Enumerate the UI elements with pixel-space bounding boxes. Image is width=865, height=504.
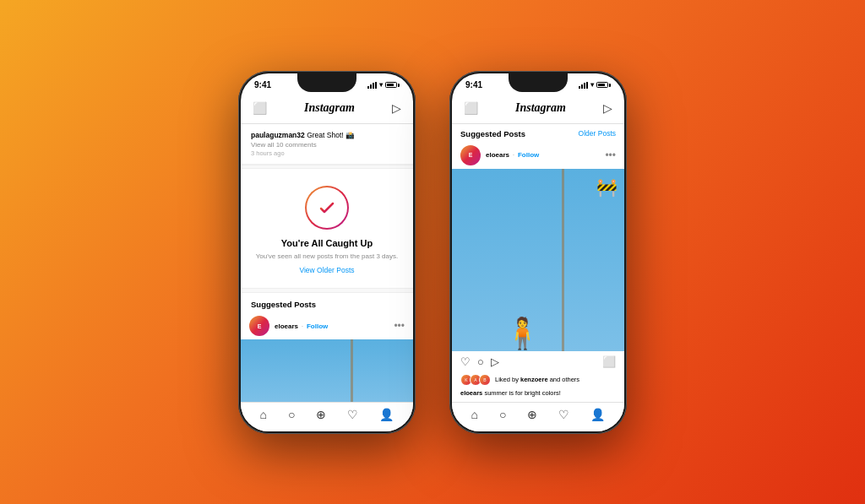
post-caption: eloears summer is for bright colors! xyxy=(452,387,624,402)
heart-icon-2[interactable]: ♡ xyxy=(558,408,569,421)
bottom-nav-1: ⌂ ○ ⊕ ♡ 👤 xyxy=(241,402,413,431)
post-user-row-2: E eloears · Follow ••• xyxy=(452,142,624,169)
post-actions: ♡ ○ ▷ ⬜ xyxy=(452,351,624,372)
post-image-main: 🚧 🧍 xyxy=(452,169,624,351)
caption-text: summer is for bright colors! xyxy=(484,389,560,397)
more-options-icon-2[interactable]: ••• xyxy=(605,149,616,161)
cherry-picker-icon: 🚧 xyxy=(596,177,617,198)
share-icon[interactable]: ▷ xyxy=(491,355,499,368)
view-comments-link[interactable]: View all 10 comments xyxy=(251,141,403,149)
wifi-icon-2: ▾ xyxy=(590,81,594,89)
time-ago: 3 hours ago xyxy=(251,149,403,157)
suggested-avatar: E xyxy=(249,316,269,336)
camera-icon-1[interactable]: ⬜ xyxy=(253,101,267,115)
nav-bar-1: ⬜ Instagram ▷ xyxy=(241,94,413,124)
figure-wrapper: 🚧 🧍 xyxy=(452,169,624,351)
liked-by-text: Liked by kenzoere and others xyxy=(495,376,579,383)
status-time-1: 9:41 xyxy=(254,80,271,89)
comment-section: paulaguzman32 Great Shot! 📸 View all 10 … xyxy=(241,124,413,165)
post-actions-left: ♡ ○ ▷ xyxy=(460,355,499,368)
status-time-2: 9:41 xyxy=(465,80,482,89)
heart-icon-1[interactable]: ♡ xyxy=(347,408,358,421)
caption-username: eloears xyxy=(460,389,482,397)
phone-2: 9:41 ▾ ⬜ Instagram ▷ Suggested Posts xyxy=(449,71,627,434)
suggested-username: eloears xyxy=(275,322,298,330)
camera-icon-2[interactable]: ⬜ xyxy=(464,101,478,115)
wifi-icon-1: ▾ xyxy=(379,81,383,89)
search-icon-2[interactable]: ○ xyxy=(499,408,506,421)
save-icon[interactable]: ⬜ xyxy=(602,355,616,368)
screen-content-2: Suggested Posts Older Posts E eloears · … xyxy=(452,124,624,402)
liked-avatars: K A B xyxy=(460,374,488,386)
app-title-1: Instagram xyxy=(304,101,355,115)
comment-icon[interactable]: ○ xyxy=(477,355,484,368)
phone-1: 9:41 ▾ ⬜ Instagram ▷ paul xyxy=(238,71,416,434)
search-icon-1[interactable]: ○ xyxy=(288,408,295,421)
caught-up-section: You're All Caught Up You've seen all new… xyxy=(241,169,413,288)
screen-content-1: paulaguzman32 Great Shot! 📸 View all 10 … xyxy=(241,124,413,402)
home-icon-2[interactable]: ⌂ xyxy=(471,408,478,421)
checkmark-circle xyxy=(305,186,349,230)
suggested-posts-label: Suggested Posts xyxy=(460,129,525,138)
checkmark-icon xyxy=(317,198,337,218)
suggested-posts-header: Suggested Posts xyxy=(241,293,413,312)
comment-username: paulaguzman32 xyxy=(251,131,305,139)
liked-by-row: K A B Liked by kenzoere and others xyxy=(452,372,624,387)
home-icon-1[interactable]: ⌂ xyxy=(260,408,267,421)
caught-up-title: You're All Caught Up xyxy=(281,238,373,248)
status-icons-2: ▾ xyxy=(579,81,611,89)
follow-button-1[interactable]: Follow xyxy=(307,322,328,330)
suggested-header-row: Suggested Posts Older Posts xyxy=(452,124,624,142)
nav-bar-2: ⬜ Instagram ▷ xyxy=(452,94,624,124)
bottom-nav-2: ⌂ ○ ⊕ ♡ 👤 xyxy=(452,402,624,431)
notch-2 xyxy=(509,73,568,92)
post-image-preview-1 xyxy=(241,339,413,401)
post-user-info-2: eloears · Follow xyxy=(486,151,539,159)
liked-by-others: and others xyxy=(550,376,579,383)
app-title-2: Instagram xyxy=(515,101,566,115)
like-icon[interactable]: ♡ xyxy=(460,355,471,368)
dot-separator: · xyxy=(302,323,303,329)
suggested-post-row: E eloears · Follow ••• xyxy=(241,312,413,339)
person-figure-icon: 🧍 xyxy=(503,316,541,351)
post-user-left-2: E eloears · Follow xyxy=(460,145,539,165)
add-icon-1[interactable]: ⊕ xyxy=(316,408,326,421)
profile-icon-2[interactable]: 👤 xyxy=(590,408,605,421)
signal-icon-2 xyxy=(579,82,588,89)
send-icon-1[interactable]: ▷ xyxy=(392,101,401,115)
pole-decoration-1 xyxy=(351,339,353,401)
comment-text: paulaguzman32 Great Shot! 📸 xyxy=(251,131,403,139)
profile-icon-1[interactable]: 👤 xyxy=(379,408,394,421)
status-icons-1: ▾ xyxy=(367,81,400,89)
older-posts-link[interactable]: Older Posts xyxy=(579,129,616,138)
notch-1 xyxy=(297,73,356,92)
liked-by-username: kenzoere xyxy=(520,376,548,383)
caught-up-subtitle: You've seen all new posts from the past … xyxy=(256,252,398,261)
post-username-2: eloears xyxy=(486,151,509,159)
battery-icon-2 xyxy=(596,82,611,88)
view-older-posts-link[interactable]: View Older Posts xyxy=(299,266,354,274)
battery-icon-1 xyxy=(385,82,400,88)
signal-icon-1 xyxy=(367,82,377,89)
liked-avatar-3: B xyxy=(479,374,491,386)
post-avatar-2: E xyxy=(460,145,481,165)
dot-separator-2: · xyxy=(513,152,514,158)
add-icon-2[interactable]: ⊕ xyxy=(527,408,537,421)
post-user-left: E eloears · Follow xyxy=(249,316,328,336)
follow-button-2[interactable]: Follow xyxy=(518,151,539,159)
comment-body: Great Shot! 📸 xyxy=(307,131,355,139)
suggested-user-info: eloears · Follow xyxy=(275,322,328,330)
more-options-icon-1[interactable]: ••• xyxy=(394,320,405,332)
send-icon-2[interactable]: ▷ xyxy=(603,101,612,115)
